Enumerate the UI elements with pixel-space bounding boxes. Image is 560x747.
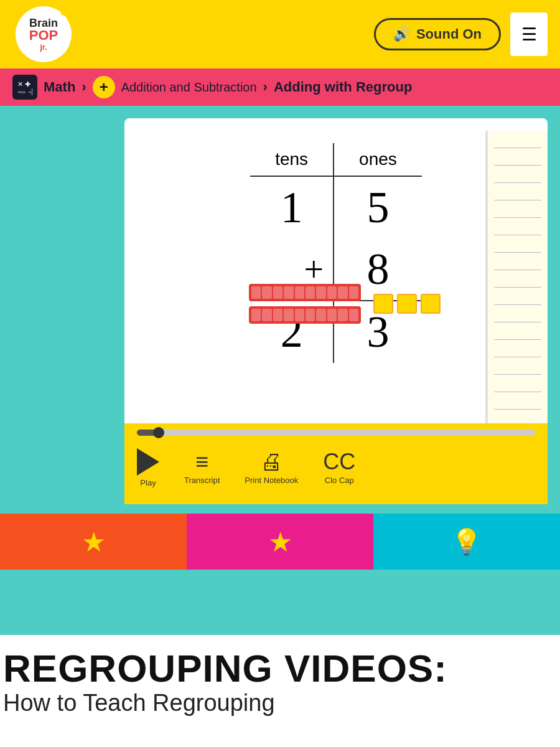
progress-bar-container[interactable] (137, 430, 535, 436)
main-area: tens ones 1 5 + 8 2 3 (0, 106, 560, 635)
cc-label: Clo Cap (325, 476, 354, 485)
breadcrumb-sep2: › (263, 79, 268, 95)
sound-label: Sound On (416, 26, 482, 42)
logo-inner: ✦ Brain POP jr. (16, 6, 72, 62)
logo-pop-text: POP (29, 29, 58, 42)
logo-area: ✦ Brain POP jr. (12, 5, 75, 64)
card-red-star: ★ (82, 526, 106, 558)
controls-row: Play ≡ Transcript 🖨 Print Notebook CC Cl… (137, 448, 535, 487)
addition-icon: + (93, 76, 115, 98)
place-value-table: tens ones 1 5 + 8 2 3 (250, 143, 422, 363)
yellow-cubes (373, 294, 441, 314)
logo-star: ✦ (59, 9, 67, 19)
card-pink[interactable]: ★ (187, 514, 373, 570)
header: ✦ Brain POP jr. 🔊 Sound On ☰ (0, 0, 560, 68)
row1-tens: 1 (250, 176, 334, 238)
math-icon: ✕ ✚ ➖ ➗ (12, 75, 37, 100)
transcript-icon: ≡ (195, 451, 208, 473)
video-controls: Play ≡ Transcript 🖨 Print Notebook CC Cl… (124, 423, 548, 504)
sound-icon: 🔊 (393, 26, 410, 42)
breadcrumb-math[interactable]: Math (44, 79, 75, 95)
cc-icon: CC (323, 451, 355, 473)
card-teal-bulb: 💡 (451, 527, 482, 557)
play-button[interactable]: Play (137, 448, 159, 487)
breadcrumb-current: Adding with Regroup (274, 79, 412, 95)
red-bar-2 (249, 306, 361, 324)
yellow-cube-1 (373, 294, 393, 314)
sound-button[interactable]: 🔊 Sound On (374, 18, 501, 50)
print-label: Print Notebook (245, 476, 298, 485)
logo-jr-text: jr. (40, 42, 47, 52)
ones-header: ones (334, 143, 422, 176)
play-icon (137, 448, 159, 476)
transcript-button[interactable]: ≡ Transcript (184, 451, 220, 485)
notebook-paper (485, 131, 548, 423)
breadcrumb-sep1: › (82, 79, 86, 95)
card-pink-star: ★ (268, 526, 292, 558)
yellow-cube-3 (421, 294, 441, 314)
breadcrumb: ✕ ✚ ➖ ➗ Math › + Addition and Subtractio… (0, 68, 560, 106)
bottom-cards: ★ ★ 💡 (0, 514, 560, 570)
logo-box: ✦ Brain POP jr. (12, 5, 75, 64)
play-label: Play (140, 478, 156, 487)
bottom-subheading: How to Teach Regrouping (3, 690, 551, 716)
closed-captions-button[interactable]: CC Clo Cap (323, 451, 355, 485)
menu-button[interactable]: ☰ (510, 12, 548, 56)
card-teal[interactable]: 💡 (373, 514, 560, 570)
svg-text:✕ ✚: ✕ ✚ (17, 80, 30, 88)
red-bar-1 (249, 284, 361, 301)
yellow-cube-2 (397, 294, 417, 314)
print-notebook-button[interactable]: 🖨 Print Notebook (245, 451, 298, 485)
print-icon: 🖨 (260, 451, 282, 473)
svg-text:➖ ➗: ➖ ➗ (17, 88, 33, 95)
row1-ones: 5 (334, 176, 422, 238)
breadcrumb-addition[interactable]: Addition and Subtraction (121, 80, 257, 95)
logo-brain-text: Brain (29, 17, 58, 29)
video-frame: tens ones 1 5 + 8 2 3 (124, 118, 548, 423)
menu-icon: ☰ (521, 24, 537, 45)
progress-dot (153, 427, 164, 438)
transcript-label: Transcript (184, 476, 220, 485)
manipulatives-area (249, 284, 441, 324)
card-red[interactable]: ★ (0, 514, 187, 570)
bottom-heading: REGROUPING VIDEOS: (3, 647, 551, 690)
bottom-text-area: REGROUPING VIDEOS: How to Teach Regroupi… (0, 635, 560, 723)
tens-header: tens (250, 143, 334, 176)
red-bars (249, 284, 361, 324)
